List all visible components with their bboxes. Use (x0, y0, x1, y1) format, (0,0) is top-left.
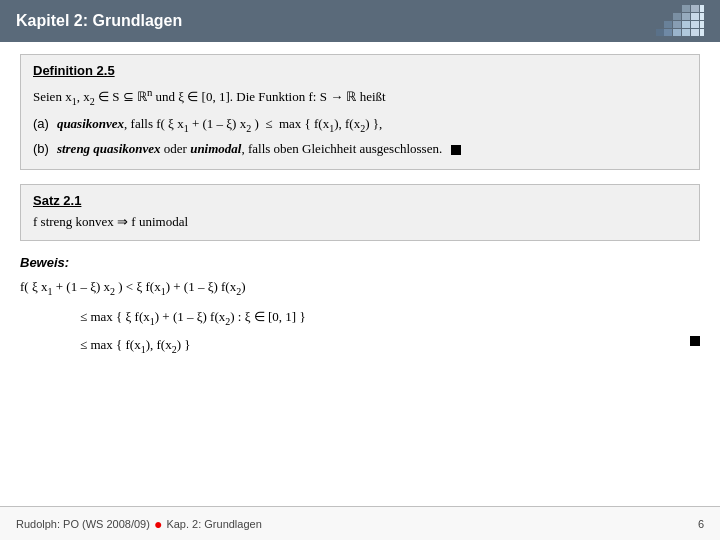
qed-symbol-def (451, 145, 461, 155)
footer-left: Rudolph: PO (WS 2008/09) ● Kap. 2: Grund… (16, 516, 262, 532)
qed-symbol-beweis (690, 334, 700, 346)
svg-rect-16 (691, 29, 699, 36)
logo-icon (656, 3, 704, 39)
main-content: Definition 2.5 Seien x1, x2 ∈ S ⊆ ℝn und… (0, 42, 720, 506)
svg-rect-3 (673, 13, 681, 20)
svg-rect-11 (700, 21, 704, 28)
beweis-title: Beweis: (20, 255, 700, 270)
satz-content: f streng konvex ⇒ f unimodal (33, 214, 687, 230)
definition-content: Seien x1, x2 ∈ S ⊆ ℝn und ξ ∈ [0, 1]. Di… (33, 84, 687, 159)
beweis-content: f( ξ x1 + (1 – ξ) x2 ) < ξ f(x1) + (1 – … (20, 276, 700, 357)
header-logo (656, 7, 704, 35)
header: Kapitel 2: Grundlagen (0, 0, 720, 42)
svg-rect-17 (700, 29, 704, 36)
svg-rect-15 (682, 29, 690, 36)
svg-rect-7 (664, 21, 672, 28)
svg-rect-6 (700, 13, 704, 20)
beweis-line3-text: ≤ max { f(x1), f(x2) } (80, 334, 700, 358)
item-b-text: streng quasikonvex oder unimodal, falls … (57, 139, 462, 160)
svg-rect-1 (691, 5, 699, 12)
footer-text-middle: Kap. 2: Grundlagen (166, 518, 261, 530)
svg-rect-13 (664, 29, 672, 36)
svg-rect-2 (700, 5, 704, 12)
beweis-section: Beweis: f( ξ x1 + (1 – ξ) x2 ) < ξ f(x1)… (20, 255, 700, 357)
definition-line1: Seien x1, x2 ∈ S ⊆ ℝn und ξ ∈ [0, 1]. Di… (33, 84, 687, 110)
item-b-label: (b) (33, 139, 49, 160)
item-a-text: quasikonvex, falls f( ξ x1 + (1 – ξ) x2 … (57, 114, 382, 137)
svg-rect-0 (682, 5, 690, 12)
definition-item-b: (b) streng quasikonvex oder unimodal, fa… (33, 139, 687, 160)
satz-box: Satz 2.1 f streng konvex ⇒ f unimodal (20, 184, 700, 241)
footer-bullet: ● (154, 516, 162, 532)
svg-rect-10 (691, 21, 699, 28)
beweis-line3-container: ≤ max { f(x1), f(x2) } (20, 334, 700, 358)
footer-page: 6 (698, 518, 704, 530)
satz-title: Satz 2.1 (33, 193, 687, 208)
definition-box: Definition 2.5 Seien x1, x2 ∈ S ⊆ ℝn und… (20, 54, 700, 170)
svg-rect-4 (682, 13, 690, 20)
header-title: Kapitel 2: Grundlagen (16, 12, 182, 30)
svg-rect-5 (691, 13, 699, 20)
beweis-line1: f( ξ x1 + (1 – ξ) x2 ) < ξ f(x1) + (1 – … (20, 276, 700, 300)
beweis-line2-text: ≤ max { ξ f(x1) + (1 – ξ) f(x2) : ξ ∈ [0… (80, 306, 700, 330)
item-a-label: (a) (33, 114, 49, 137)
footer: Rudolph: PO (WS 2008/09) ● Kap. 2: Grund… (0, 506, 720, 540)
definition-item-a: (a) quasikonvex, falls f( ξ x1 + (1 – ξ)… (33, 114, 687, 137)
footer-text-left: Rudolph: PO (WS 2008/09) (16, 518, 150, 530)
svg-rect-12 (656, 29, 664, 36)
definition-title: Definition 2.5 (33, 63, 687, 78)
svg-rect-8 (673, 21, 681, 28)
svg-rect-9 (682, 21, 690, 28)
beweis-line2: ≤ max { ξ f(x1) + (1 – ξ) f(x2) : ξ ∈ [0… (20, 306, 700, 330)
svg-rect-14 (673, 29, 681, 36)
